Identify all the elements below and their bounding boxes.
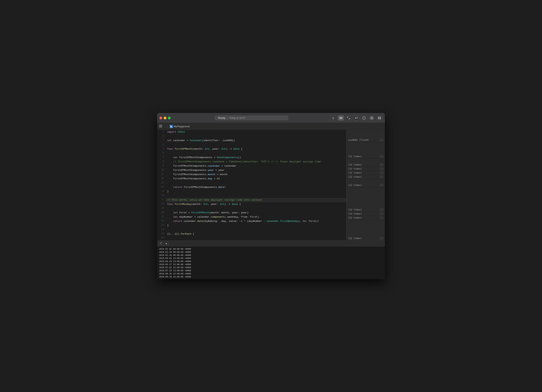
bottom-panel: ▶ 2018-01-01 00:00:00 +00002018-01-29 00… <box>157 240 385 279</box>
result-icon-14[interactable] <box>380 184 383 186</box>
close-button[interactable] <box>159 117 162 119</box>
results-panel: iso8601 (fixed) (12 times) (12 times) <box>346 130 385 240</box>
result-text-12: (12 times) <box>348 175 362 178</box>
code-line-5: 5 func firstOfMonth(month: Int, year: In… <box>157 147 346 151</box>
console-line: 2018-10-29 23:00:00 +0000 <box>159 278 383 279</box>
line-num-4: 4 <box>157 143 166 147</box>
line-num-11: 11 <box>157 172 166 177</box>
return-button[interactable] <box>353 115 359 121</box>
result-icon-22[interactable] <box>380 217 383 219</box>
line-num-16: 16 <box>157 194 166 198</box>
code-line-14: 14 return firstOfMonthComponents.date! <box>157 185 346 190</box>
result-icon-7[interactable] <box>380 155 383 158</box>
result-spacer-6 <box>347 150 385 154</box>
console-play-button[interactable]: ▶ <box>164 242 169 245</box>
code-line-20: 20 let first = firstOfMonth(month: month… <box>157 211 346 215</box>
line-num-7: 7 <box>157 155 166 160</box>
result-row-9: (12 times) <box>347 163 385 167</box>
console-line: 2018-08-26 23:00:00 +0000 <box>159 272 383 275</box>
code-line-11: 11 firstOfMonthComponents.month = month <box>157 172 346 177</box>
line-content-19 <box>166 207 346 211</box>
result-row-7: (12 times) <box>347 154 385 158</box>
back-arrow[interactable]: ‹ <box>163 125 166 128</box>
result-row-14: (12 times) <box>347 183 385 187</box>
minimize-button[interactable] <box>164 117 166 119</box>
line-num-13: 13 <box>157 181 166 185</box>
title-bar: Ready | Today at 10:57 {} <box>157 113 385 123</box>
result-text-3: iso8601 (fixed) <box>348 139 369 141</box>
result-spacer-17 <box>347 196 385 200</box>
breadcrumb-file[interactable]: ▶ MyPlayground <box>170 125 190 128</box>
breadcrumb-nav: ‹ › <box>163 125 168 128</box>
result-spacer-4 <box>347 142 385 146</box>
console-line: 2018-01-29 00:00:00 +0000 <box>159 251 383 254</box>
result-icon-12[interactable] <box>380 175 383 178</box>
result-spacer-16 <box>347 191 385 196</box>
line-num-23: 23 <box>157 223 166 228</box>
grid-icon[interactable] <box>159 125 162 128</box>
result-spacer-26 <box>347 232 385 236</box>
line-content-5: func firstOfMonth(month: Int, year: Int)… <box>166 147 346 151</box>
console-filter-button[interactable] <box>159 242 163 245</box>
result-icon-10[interactable] <box>380 167 383 170</box>
code-line-13: 13 <box>157 181 346 185</box>
console-line: 2018-09-30 23:00:00 +0000 <box>159 275 383 278</box>
result-row-12: (12 times) <box>347 175 385 179</box>
line-content-9: firstOfMonthComponents.calendar = calend… <box>166 164 346 168</box>
code-editor[interactable]: 1 import UIKit 2 3 let calendar = Calend… <box>157 130 346 240</box>
line-num-3: 3 <box>157 138 166 143</box>
console-line: 2018-01-01 00:00:00 +0000 <box>159 248 383 251</box>
result-icon-3[interactable] <box>380 139 383 141</box>
line-content-11: firstOfMonthComponents.month = month <box>166 172 346 177</box>
toolbar-right: {} <box>330 115 383 121</box>
result-icon-11[interactable] <box>380 171 383 174</box>
svg-rect-9 <box>161 125 162 126</box>
status-ready-label: Ready <box>218 116 225 119</box>
result-icon-9[interactable] <box>380 163 383 166</box>
single-panel-button[interactable] <box>361 115 367 121</box>
code-line-12: 12 firstOfMonthComponents.day = 01 <box>157 177 346 181</box>
result-text-14: (12 times) <box>348 184 362 186</box>
code-line-17: 17 // This works, until we take daylight… <box>157 198 346 202</box>
svg-rect-11 <box>161 126 162 127</box>
line-num-10: 10 <box>157 168 166 172</box>
playground-icon: ▶ <box>170 125 173 128</box>
console-line: 2018-05-27 23:00:00 +0000 <box>159 263 383 266</box>
line-content-20: let first = firstOfMonth(month: month, y… <box>166 211 346 215</box>
line-num-1: 1 <box>157 130 166 134</box>
split-v-button[interactable] <box>376 115 383 121</box>
code-line-6: 6 <box>157 151 346 155</box>
line-num-9: 9 <box>157 164 166 168</box>
line-content-2 <box>166 134 346 138</box>
filename-label: MyPlayground <box>173 125 190 128</box>
result-spacer-15 <box>347 187 385 191</box>
lines-button[interactable] <box>338 115 344 121</box>
result-icon-20[interactable] <box>380 208 383 211</box>
result-icon-27[interactable] <box>380 237 383 240</box>
line-content-18: func firstMonday(month: Int, year: Int) … <box>166 202 346 207</box>
result-text-11: (12 times) <box>348 171 362 174</box>
code-line-23: 23 } <box>157 223 346 228</box>
result-spacer-19 <box>347 204 385 207</box>
svg-rect-8 <box>159 125 160 126</box>
maximize-button[interactable] <box>168 117 171 119</box>
forward-arrow[interactable]: › <box>166 125 169 128</box>
main-content: 1 import UIKit 2 3 let calendar = Calend… <box>157 130 385 240</box>
split-h-button[interactable] <box>369 115 375 121</box>
svg-rect-1 <box>339 118 342 118</box>
line-num-22: 22 <box>157 219 166 223</box>
curly-braces-button[interactable]: {} <box>330 115 336 121</box>
svg-rect-10 <box>159 126 160 127</box>
svg-rect-2 <box>339 119 342 119</box>
line-content-12: firstOfMonthComponents.day = 01 <box>166 177 346 181</box>
code-line-15: 15 } <box>157 190 346 194</box>
loop-button[interactable] <box>346 115 352 121</box>
svg-rect-7 <box>378 118 381 119</box>
code-line-26: 26 <box>157 236 346 240</box>
console-line: 2018-02-26 00:00:00 +0000 <box>159 254 383 257</box>
line-content-1: import UIKit <box>166 130 346 134</box>
code-lines: 1 import UIKit 2 3 let calendar = Calend… <box>157 130 346 240</box>
code-line-3: 3 let calendar = Calendar(identifier: .i… <box>157 138 346 143</box>
result-icon-21[interactable] <box>380 212 383 215</box>
status-time-label: Today at 10:57 <box>229 116 245 119</box>
